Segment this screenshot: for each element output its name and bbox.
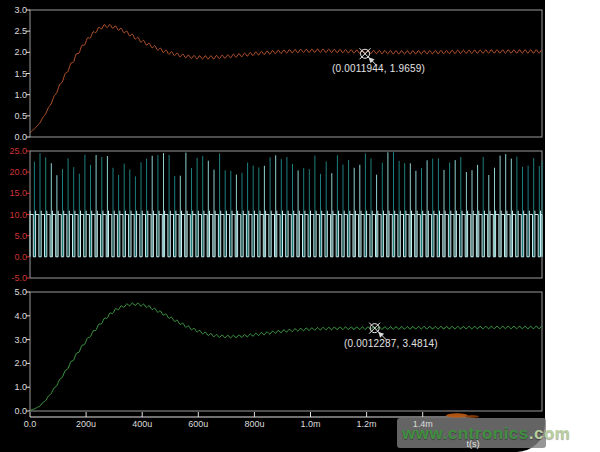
y-axis-label: 2.0 xyxy=(0,47,27,57)
y-axis-label: 5.0 xyxy=(0,287,27,297)
watermark-suffix-text: .com xyxy=(529,424,571,443)
x-axis-label: 600u xyxy=(180,419,216,430)
switching-pulse-train xyxy=(30,211,542,257)
y-axis-label: 1.0 xyxy=(0,382,27,392)
x-axis-label: 400u xyxy=(124,419,160,430)
y-axis-label: 2.5 xyxy=(0,26,27,36)
watermark-main-text: www.cntronics xyxy=(402,424,529,443)
y-axis-label: 0.0 xyxy=(0,132,27,142)
y-axis-label: 0.0 xyxy=(0,252,27,262)
waveform-svg xyxy=(0,0,545,452)
y-axis-label: 0.0 xyxy=(0,406,27,416)
y-axis-label: 3.0 xyxy=(0,335,27,345)
panel-frame-0 xyxy=(30,10,542,137)
y-axis-label: 0.5 xyxy=(0,111,27,121)
y-axis-label: 2.0 xyxy=(0,358,27,368)
x-axis-label: 200u xyxy=(68,419,104,430)
watermark: www.cntronics.com xyxy=(402,424,570,444)
x-axis-label: 800u xyxy=(236,419,272,430)
waveform-viewer: (0.0011944, 1.9659) (0.0012287, 3.4814) … xyxy=(0,0,545,452)
y-axis-label: -5.0 xyxy=(0,273,27,283)
cursor-annotation-bottom: (0.0012287, 3.4814) xyxy=(344,338,438,349)
y-axis-label: 4.0 xyxy=(0,311,27,321)
y-axis-label: 25.0 xyxy=(0,146,27,156)
x-axis-label: 1.2m xyxy=(349,419,385,430)
y-axis-label: 5.0 xyxy=(0,231,27,241)
cursor-annotation-top: (0.0011944, 1.9659) xyxy=(332,63,425,74)
y-axis-label: 15.0 xyxy=(0,188,27,198)
panel-frame-2 xyxy=(30,292,542,411)
y-axis-label: 1.5 xyxy=(0,69,27,79)
y-axis-label: 10.0 xyxy=(0,210,27,220)
x-axis-label: 0.0 xyxy=(12,419,48,430)
y-axis-label: 1.0 xyxy=(0,90,27,100)
y-axis-label: 3.0 xyxy=(0,5,27,15)
top-step-response-trace xyxy=(30,24,542,132)
bottom-step-response-trace xyxy=(30,303,542,411)
y-axis-label: 20.0 xyxy=(0,167,27,177)
x-axis-label: 1.0m xyxy=(293,419,329,430)
